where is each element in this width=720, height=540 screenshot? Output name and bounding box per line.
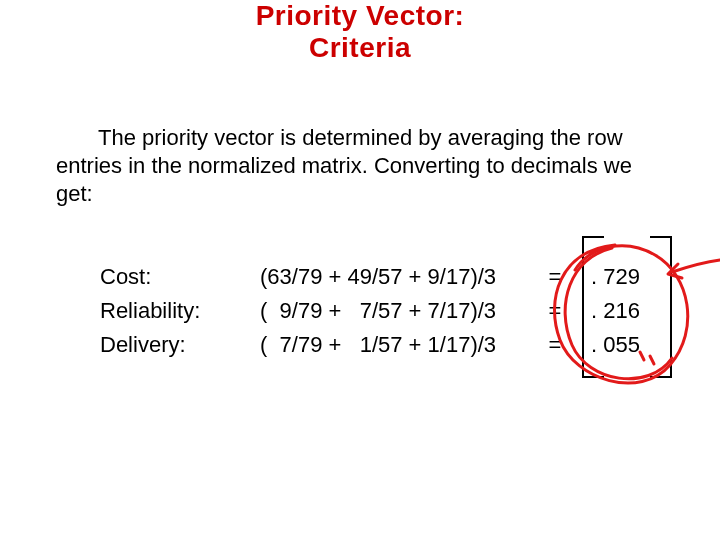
matrix-bracket-right xyxy=(650,236,672,378)
row-expression: ( 9/79 + 7/57 + 7/17)/3 xyxy=(260,294,540,328)
row-expression: ( 7/79 + 1/57 + 1/17)/3 xyxy=(260,328,540,362)
equals-sign: = xyxy=(540,260,570,294)
equals-sign: = xyxy=(540,328,570,362)
table-row: Reliability: ( 9/79 + 7/57 + 7/17)/3 = .… xyxy=(100,294,640,328)
matrix-bracket-left xyxy=(582,236,604,378)
row-value: . 055 xyxy=(570,328,640,362)
row-expression: (63/79 + 49/57 + 9/17)/3 xyxy=(260,260,540,294)
title-line-1: Priority Vector: xyxy=(256,0,465,31)
row-value: . 729 xyxy=(570,260,640,294)
row-label: Cost: xyxy=(100,260,260,294)
table-row: Cost: (63/79 + 49/57 + 9/17)/3 = . 729 xyxy=(100,260,640,294)
title-line-2: Criteria xyxy=(309,32,411,63)
paragraph-text: The priority vector is determined by ave… xyxy=(56,125,632,206)
slide: Priority Vector: Criteria The priority v… xyxy=(0,0,720,540)
slide-title: Priority Vector: Criteria xyxy=(0,0,720,64)
row-value: . 216 xyxy=(570,294,640,328)
calculation-table: Cost: (63/79 + 49/57 + 9/17)/3 = . 729 R… xyxy=(100,260,640,362)
equals-sign: = xyxy=(540,294,570,328)
body-paragraph: The priority vector is determined by ave… xyxy=(56,124,656,208)
calculation-block: Cost: (63/79 + 49/57 + 9/17)/3 = . 729 R… xyxy=(100,260,640,362)
table-row: Delivery: ( 7/79 + 1/57 + 1/17)/3 = . 05… xyxy=(100,328,640,362)
row-label: Reliability: xyxy=(100,294,260,328)
row-label: Delivery: xyxy=(100,328,260,362)
